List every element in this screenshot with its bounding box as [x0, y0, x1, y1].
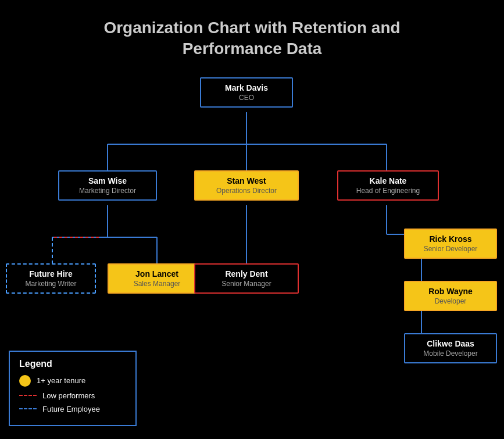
node-rick-kross: Rick Kross Senior Developer — [404, 229, 497, 259]
org-chart: Mark Davis CEO Sam Wise Marketing Direct… — [0, 66, 504, 426]
node-jon-lancet: Jon Lancet Sales Manager — [108, 263, 206, 294]
legend: Legend 1+ year tenure Low performers Fut… — [9, 351, 137, 426]
node-kale-nate: Kale Nate Head of Engineering — [337, 170, 439, 201]
legend-dashed-blue-icon — [19, 408, 37, 409]
node-rob-wayne: Rob Wayne Developer — [404, 281, 497, 311]
legend-item-low-performers: Low performers — [19, 391, 126, 400]
legend-title: Legend — [19, 359, 126, 369]
node-future-hire: Future Hire Marketing Writer — [6, 263, 96, 294]
node-clikwe-daas: Clikwe Daas Mobile Developer — [404, 333, 497, 363]
node-mark-davis: Mark Davis CEO — [200, 77, 293, 108]
node-sam-wise: Sam Wise Marketing Director — [58, 170, 157, 201]
node-stan-west: Stan West Operations Director — [194, 170, 299, 201]
legend-circle-icon — [19, 375, 31, 387]
legend-item-tenure: 1+ year tenure — [19, 375, 126, 387]
legend-dashed-red-icon — [19, 395, 37, 396]
node-renly-dent: Renly Dent Senior Manager — [194, 263, 299, 294]
legend-item-future: Future Employee — [19, 405, 126, 413]
page-title: Organization Chart with Retention andPer… — [0, 0, 504, 60]
